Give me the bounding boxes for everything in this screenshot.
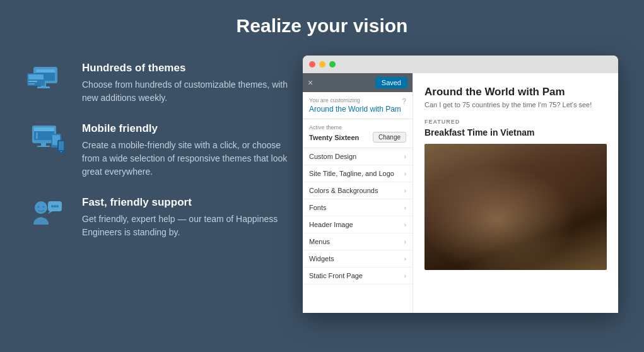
feature-support-desc: Get friendly, expert help — our team of … [82,213,290,239]
svg-rect-4 [37,86,50,88]
customizer-help-icon[interactable]: ? [402,97,406,106]
menu-item-label: Custom Design [309,153,356,160]
feature-support-title: Fast, friendly support [82,196,290,209]
preview-featured-title: Breakfast Time in Vietnam [424,127,607,138]
preview-image-visual [424,144,607,270]
svg-marker-24 [48,211,52,214]
chevron-right-icon: › [404,221,406,228]
customizer-theme-row: Twenty Sixteen Change [309,132,406,143]
menu-item-label: Colors & Backgrounds [309,187,378,194]
menu-item-label: Header Image [309,221,353,228]
browser-dot-green [329,61,336,67]
mobile-icon [25,122,69,157]
feature-themes-desc: Choose from hundreds of customizable the… [82,78,290,105]
svg-point-25 [51,205,54,208]
menu-item-label: Static Front Page [309,272,363,279]
svg-rect-8 [28,83,35,85]
customizer-panel: × Saved You are customizing Around the W… [303,73,413,313]
feature-themes-text: Hundreds of themes Choose from hundreds … [82,62,290,105]
menu-item-label: Widgets [309,255,334,262]
customizer-menu: Custom Design › Site Title, Tagline, and… [303,148,413,285]
support-icon [25,196,69,231]
svg-point-21 [37,206,39,208]
preview-site-title: Around the World with Pam [424,86,607,98]
page-wrapper: Realize your vision [0,0,644,352]
menu-item-custom-design[interactable]: Custom Design › [303,148,413,165]
browser-dot-red [309,61,315,67]
svg-point-27 [56,205,59,208]
svg-point-22 [42,206,44,208]
svg-rect-14 [36,132,38,139]
menu-item-label: Fonts [309,204,327,211]
customizer-header: × Saved [303,73,413,92]
chevron-right-icon: › [404,238,406,245]
browser-window: × Saved You are customizing Around the W… [303,56,618,313]
menu-item-widgets[interactable]: Widgets › [303,250,413,267]
theme-name: Twenty Sixteen [309,134,359,141]
svg-rect-11 [34,127,54,131]
customizer-theme-section: Active theme Twenty Sixteen Change [303,119,413,148]
feature-item-themes: Hundreds of themes Choose from hundreds … [25,62,290,105]
menu-item-label: Site Title, Tagline, and Logo [309,170,394,177]
svg-point-20 [35,201,47,214]
feature-mobile-title: Mobile friendly [82,122,290,135]
svg-point-26 [54,205,56,208]
preview-featured-label: FEATURED [424,119,607,125]
preview-site-tagline: Can I get to 75 countries by the time I'… [424,101,607,109]
feature-mobile-desc: Create a mobile-friendly site with a cli… [82,139,290,179]
browser-content: × Saved You are customizing Around the W… [303,73,618,313]
chevron-right-icon: › [404,204,406,211]
menu-item-header-image[interactable]: Header Image › [303,216,413,233]
menu-item-fonts[interactable]: Fonts › [303,199,413,216]
page-title: Realize your vision [237,15,408,37]
svg-rect-13 [37,146,50,147]
browser-dot-yellow [319,61,325,67]
customizer-info-text: You are customizing Around the World wit… [309,97,401,114]
svg-rect-6 [28,74,44,79]
customizing-label: You are customizing [309,97,401,103]
feature-themes-title: Hundreds of themes [82,62,290,74]
menu-item-label: Menus [309,238,330,245]
themes-icon [25,62,69,97]
menu-item-static-page[interactable]: Static Front Page › [303,267,413,285]
svg-rect-12 [41,143,46,146]
chevron-right-icon: › [404,187,406,194]
svg-rect-18 [59,141,64,150]
active-theme-label: Active theme [309,124,406,131]
customizer-close-button[interactable]: × [308,78,313,88]
browser-mockup: × Saved You are customizing Around the W… [303,56,619,313]
site-preview: Around the World with Pam Can I get to 7… [413,73,618,313]
svg-rect-2 [36,69,55,73]
feature-support-text: Fast, friendly support Get friendly, exp… [82,196,290,239]
change-theme-button[interactable]: Change [373,132,406,143]
content-area: Hundreds of themes Choose from hundreds … [0,56,644,313]
menu-item-site-title[interactable]: Site Title, Tagline, and Logo › [303,165,413,182]
browser-bar [303,56,618,73]
chevron-right-icon: › [404,255,406,262]
menu-item-menus[interactable]: Menus › [303,233,413,250]
menu-item-colors[interactable]: Colors & Backgrounds › [303,182,413,199]
feature-mobile-text: Mobile friendly Create a mobile-friendly… [82,122,290,179]
customizer-save-button[interactable]: Saved [375,77,407,88]
chevron-right-icon: › [404,273,406,279]
feature-item-mobile: Mobile friendly Create a mobile-friendly… [25,122,290,179]
chevron-right-icon: › [404,153,406,160]
preview-featured-image [424,144,607,270]
features-list: Hundreds of themes Choose from hundreds … [25,56,290,239]
customizer-site-name: Around the World with Pam [309,105,401,114]
feature-item-support: Fast, friendly support Get friendly, exp… [25,196,290,239]
svg-rect-19 [61,151,62,152]
chevron-right-icon: › [404,170,406,177]
svg-rect-7 [28,81,37,82]
customizer-info: You are customizing Around the World wit… [303,92,413,119]
